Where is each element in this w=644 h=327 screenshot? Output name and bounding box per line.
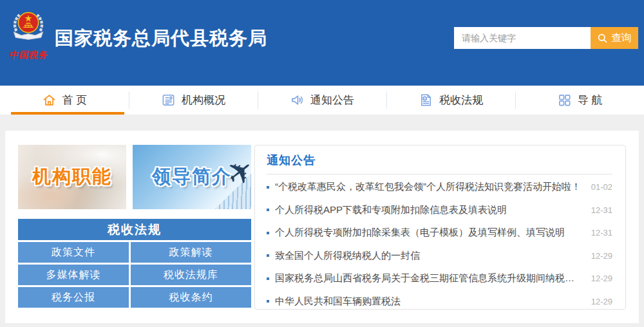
nav-tab-tax-law[interactable]: 税 税收法规 (386, 86, 515, 115)
notice-date: 12-29 (591, 297, 612, 306)
bullet-icon (267, 186, 269, 189)
notice-date: 01-02 (591, 182, 612, 192)
notice-item[interactable]: 致全国个人所得税纳税人的一封信 12-29 (267, 245, 612, 268)
notice-date: 12-29 (591, 274, 612, 283)
notice-title-link[interactable]: 中华人民共和国车辆购置税法 (275, 295, 582, 308)
site-title: 国家税务总局代县税务局 (55, 26, 267, 51)
notice-item[interactable]: 国家税务总局山西省税务局关于金税三期征管信息系统升级期间纳税人端... 12-2… (267, 267, 612, 290)
notice-title-link[interactable]: 个人所得税APP下载和专项附加扣除信息表及填表说明 (275, 204, 582, 216)
notices-panel: 通知公告 “个税改革惠民众，改革红包我会领”个人所得税法知识竞赛活动开始啦！ 0… (254, 145, 626, 310)
search-bar: 查询 (454, 27, 638, 49)
notice-item[interactable]: 个人所得税APP下载和专项附加扣除信息表及填表说明 12-31 (267, 199, 612, 222)
left-column: 机构职能 ✈ 领导简介 税收法规 政策文件 政策解读 多媒体解读 税收法规库 税… (18, 145, 251, 308)
notice-date: 12-31 (591, 205, 612, 215)
tax-law-section-title: 税收法规 (18, 219, 251, 240)
notice-title-link[interactable]: 致全国个人所得税纳税人的一封信 (275, 250, 582, 262)
banner-label: 领导简介 (152, 164, 232, 190)
bullet-icon (267, 277, 269, 280)
notice-title-link[interactable]: 个人所得税专项附加扣除采集表（电子模板）及填写样例、填写说明 (275, 227, 582, 239)
nav-tab-label: 导 航 (578, 93, 603, 107)
notice-title-link[interactable]: 国家税务总局山西省税务局关于金税三期征管信息系统升级期间纳税人端... (275, 272, 582, 285)
notice-date: 12-29 (591, 251, 612, 261)
bullet-icon (267, 209, 269, 211)
notice-item[interactable]: 个人所得税专项附加扣除采集表（电子模板）及填写样例、填写说明 12-31 (267, 221, 612, 245)
bullet-icon (267, 254, 269, 257)
law-link-multimedia[interactable]: 多媒体解读 (18, 265, 129, 285)
notice-item[interactable]: “个税改革惠民众，改革红包我会领”个人所得税法知识竞赛活动开始啦！ 01-02 (267, 176, 612, 199)
grid-icon (557, 93, 572, 107)
nav-tab-label: 首 页 (62, 93, 88, 107)
law-link-policy-interpretation[interactable]: 政策解读 (131, 242, 251, 263)
search-input[interactable] (454, 27, 591, 49)
nav-tab-home[interactable]: 首 页 (0, 86, 129, 115)
tax-law-links: 政策文件 政策解读 多媒体解读 税收法规库 税务公报 税收条约 (18, 242, 251, 308)
banner-label: 机构职能 (32, 164, 112, 190)
page: 中国税务 国家税务总局代县税务局 查询 (0, 0, 644, 327)
notice-date: 12-31 (591, 228, 612, 238)
nav-tab-notices[interactable]: 通知公告 (258, 86, 386, 115)
home-icon (42, 93, 57, 107)
tax-law-section: 税收法规 政策文件 政策解读 多媒体解读 税收法规库 税务公报 税收条约 (18, 219, 251, 308)
nav-tab-label: 税收法规 (439, 93, 483, 107)
banner-leaders[interactable]: ✈ 领导简介 (133, 145, 251, 209)
notices-title: 通知公告 (267, 154, 316, 167)
nav-tab-label: 机构概况 (182, 93, 225, 107)
site-header: 中国税务 国家税务总局代县税务局 查询 (0, 0, 644, 86)
law-link-tax-gazette[interactable]: 税务公报 (18, 287, 129, 308)
tax-emblem-icon (9, 37, 48, 48)
notice-list: “个税改革惠民众，改革红包我会领”个人所得税法知识竞赛活动开始啦！ 01-02 … (267, 176, 612, 313)
banner-org-functions[interactable]: 机构职能 (18, 145, 126, 209)
main-navigation: 首 页 机构概况 通知公告 (0, 86, 644, 115)
search-button[interactable]: 查询 (591, 27, 638, 49)
tax-document-icon: 税 (419, 93, 433, 107)
law-link-tax-treaties[interactable]: 税收条约 (131, 287, 251, 308)
svg-text:税: 税 (423, 97, 426, 100)
notices-header: 通知公告 (267, 153, 612, 174)
bullet-icon (267, 232, 269, 234)
bullet-icon (267, 300, 269, 303)
nav-tab-sitemap[interactable]: 导 航 (515, 86, 644, 115)
nav-tab-org-profile[interactable]: 机构概况 (129, 86, 258, 115)
law-link-policy-documents[interactable]: 政策文件 (18, 242, 129, 263)
speaker-icon (290, 93, 305, 107)
notice-item[interactable]: 中华人民共和国车辆购置税法 12-29 (267, 290, 612, 313)
logo-caption: 中国税务 (8, 50, 48, 61)
search-icon (597, 33, 608, 44)
site-logo[interactable]: 中国税务 (8, 6, 48, 61)
search-button-label: 查询 (611, 32, 632, 45)
notice-title-link[interactable]: “个税改革惠民众，改革红包我会领”个人所得税法知识竞赛活动开始啦！ (275, 181, 582, 193)
law-link-law-database[interactable]: 税收法规库 (131, 265, 251, 285)
banner-row: 机构职能 ✈ 领导简介 (18, 145, 251, 209)
org-profile-icon (161, 93, 176, 107)
content-panel: 机构职能 ✈ 领导简介 税收法规 政策文件 政策解读 多媒体解读 税收法规库 税… (5, 131, 639, 323)
nav-tab-label: 通知公告 (310, 93, 354, 107)
